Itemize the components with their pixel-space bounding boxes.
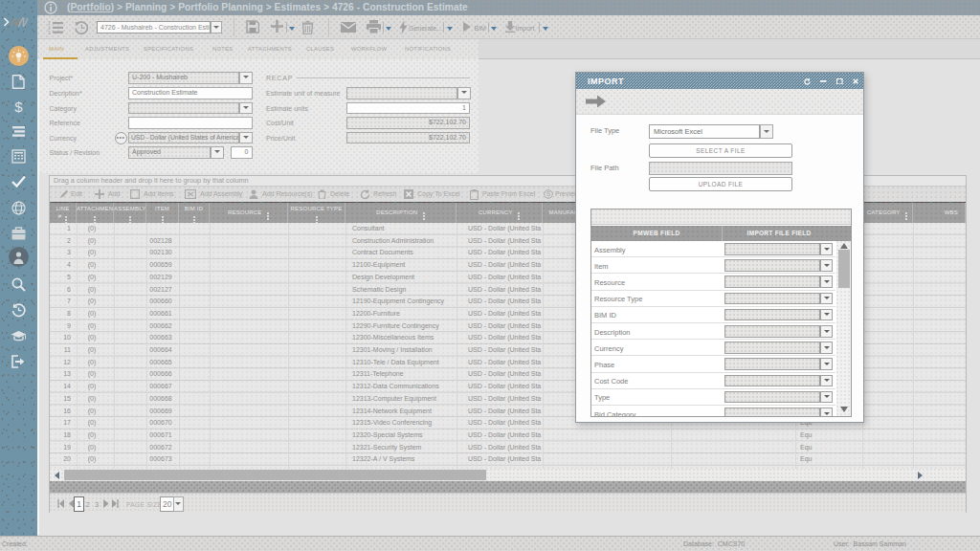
- svg-text:3: 3: [48, 31, 51, 34]
- svg-text:$: $: [14, 99, 23, 114]
- svg-text:S: S: [546, 190, 551, 197]
